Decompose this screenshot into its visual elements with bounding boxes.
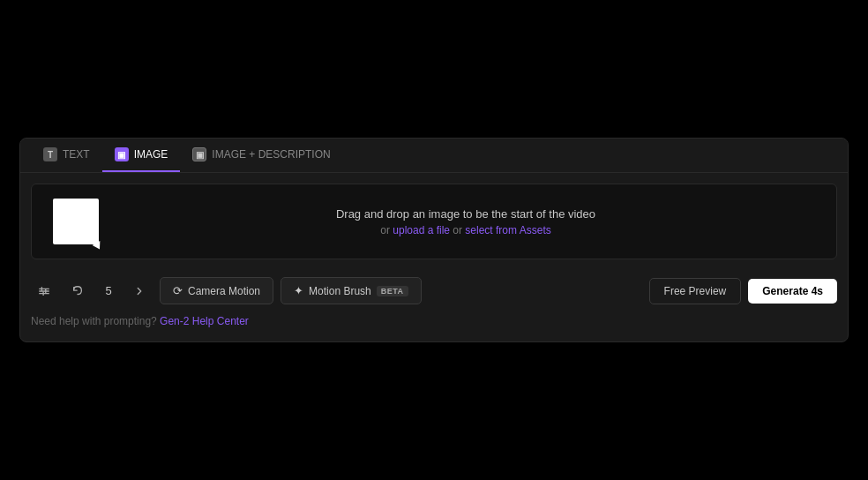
frame-number: 5 <box>98 284 119 297</box>
help-center-link[interactable]: Gen-2 Help Center <box>160 315 249 327</box>
tab-image-desc[interactable]: ▣ IMAGE + DESCRIPTION <box>180 139 342 172</box>
tab-bar: T TEXT ▣ IMAGE ▣ IMAGE + DESCRIPTION <box>20 139 848 173</box>
drop-text-area: Drag and drop an image to be the start o… <box>109 207 822 236</box>
camera-motion-label: Camera Motion <box>188 285 260 297</box>
image-drop-zone[interactable]: Drag and drop an image to be the start o… <box>31 184 837 259</box>
image-desc-tab-label: IMAGE + DESCRIPTION <box>212 148 330 161</box>
tab-image[interactable]: ▣ IMAGE <box>102 139 181 172</box>
next-icon <box>133 285 146 297</box>
camera-motion-button[interactable]: ⟳ Camera Motion <box>160 277 273 304</box>
motion-brush-button[interactable]: ✦ Motion Brush BETA <box>281 277 422 304</box>
drop-main-text: Drag and drop an image to be the start o… <box>109 207 822 221</box>
image-desc-tab-icon: ▣ <box>192 147 206 161</box>
text-tab-label: TEXT <box>63 148 90 161</box>
drop-or-mid: or <box>450 224 465 236</box>
motion-brush-icon: ✦ <box>294 284 303 297</box>
settings-icon <box>38 285 50 297</box>
image-tab-label: IMAGE <box>134 148 168 161</box>
undo-icon <box>71 285 84 297</box>
undo-button[interactable] <box>64 280 91 303</box>
select-assets-link[interactable]: select from Assets <box>465 224 550 236</box>
camera-motion-icon: ⟳ <box>173 284 183 297</box>
upload-file-link[interactable]: upload a file <box>393 224 450 236</box>
generate-label: Generate 4s <box>762 285 823 297</box>
help-section: Need help with prompting? Gen-2 Help Cen… <box>20 311 848 341</box>
next-button[interactable] <box>126 280 153 303</box>
image-preview <box>53 199 99 244</box>
settings-button[interactable] <box>31 280 57 303</box>
generate-button[interactable]: Generate 4s <box>748 279 837 304</box>
cursor-icon <box>93 241 104 251</box>
drop-or-prefix: or <box>380 224 393 236</box>
free-preview-button[interactable]: Free Preview <box>649 278 742 304</box>
motion-brush-label: Motion Brush <box>309 285 371 297</box>
beta-badge: BETA <box>377 286 408 296</box>
free-preview-label: Free Preview <box>664 285 727 297</box>
drop-sub-text: or upload a file or select from Assets <box>109 224 822 236</box>
text-tab-icon: T <box>43 147 57 161</box>
tab-text[interactable]: T TEXT <box>31 139 102 172</box>
main-panel: T TEXT ▣ IMAGE ▣ IMAGE + DESCRIPTION Dra… <box>19 138 849 342</box>
image-tab-icon: ▣ <box>115 147 129 161</box>
help-prefix: Need help with prompting? <box>31 315 160 327</box>
toolbar: 5 ⟳ Camera Motion ✦ Motion Brush BETA Fr… <box>20 270 848 311</box>
